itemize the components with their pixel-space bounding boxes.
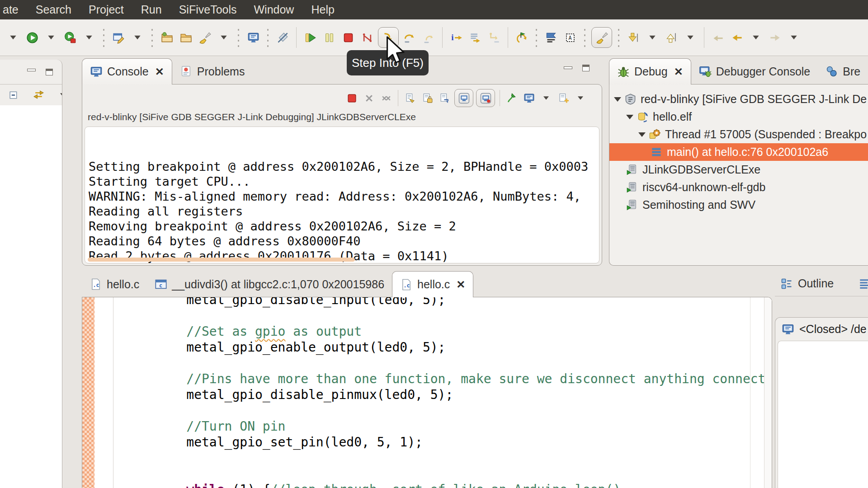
instruction-stepping-button[interactable]: i — [448, 29, 464, 46]
debug-launch-tree: red-v-blinky [SiFive GDB SEGGER J-Link D… — [609, 84, 868, 214]
fetch-down-button[interactable] — [625, 29, 642, 46]
last-edit-location-icon — [712, 32, 724, 44]
menu-project[interactable]: Project — [89, 3, 124, 16]
console-output[interactable]: Setting breakpoint @ address 0x200102A6,… — [85, 127, 599, 263]
console-tab-problems[interactable]: Problems — [172, 59, 253, 84]
display-selected-console-button[interactable] — [522, 91, 536, 105]
toggle-mark-occurrences-button[interactable] — [274, 29, 291, 46]
minimize-icon[interactable] — [27, 69, 36, 71]
suspend-button[interactable] — [321, 29, 337, 46]
console-dropdown-button[interactable] — [539, 91, 553, 105]
open-new-console-button[interactable] — [556, 91, 571, 105]
menu-run[interactable]: Run — [141, 3, 162, 16]
menu-sifivetools[interactable]: SiFiveTools — [179, 3, 237, 16]
disconnect-button[interactable] — [359, 29, 375, 46]
new-wizard-dropdown-button[interactable] — [129, 29, 146, 46]
drop-to-frame-button[interactable] — [486, 29, 502, 46]
back-dropdown-button[interactable] — [748, 29, 764, 46]
remove-all-terminated-button[interactable] — [379, 91, 393, 105]
debug-tree-item-thread-1-57005-suspended-breakpo[interactable]: Thread #1 57005 (Suspended : Breakpo — [609, 126, 868, 143]
sort-lines-icon[interactable] — [859, 277, 868, 290]
minimize-icon[interactable] — [564, 66, 572, 69]
editor-tab-hello-c[interactable]: .chello.c✕ — [392, 271, 473, 297]
clear-console-button[interactable] — [403, 91, 417, 105]
terminate-launch-button[interactable] — [344, 91, 359, 105]
terminal-header[interactable]: <Closed> /de — [775, 318, 868, 341]
open-file-icon — [161, 32, 173, 44]
run-dropdown-button[interactable] — [43, 29, 59, 46]
console-tab-console[interactable]: Console✕ — [82, 58, 172, 84]
perspective-dropdown-button[interactable] — [5, 29, 21, 46]
memory-view-button[interactable]: A — [562, 29, 578, 46]
show-stdout-changed-button[interactable] — [454, 89, 473, 107]
debug-tree-item-main-at-hello-c-76-0x200102a6[interactable]: main() at hello.c:76 0x200102a6 — [609, 143, 868, 161]
debug-tab-debug[interactable]: Debug✕ — [609, 58, 691, 84]
fetch-up-dropdown-button[interactable] — [682, 29, 698, 46]
open-file-button[interactable] — [159, 29, 175, 46]
view-menu-button[interactable] — [56, 88, 62, 102]
source-code[interactable]: metal_gpio_disable_input(led0, 5); //Set… — [148, 297, 754, 488]
editor-tab-hello-c[interactable]: .chello.c — [82, 272, 147, 297]
forward-dropdown-button[interactable] — [786, 29, 802, 46]
debug-tree-item-semihosting-and-swv[interactable]: Semihosting and SWV — [609, 196, 868, 214]
collapse-all-icon — [9, 89, 20, 100]
resume-button[interactable] — [302, 29, 318, 46]
menu-ate[interactable]: ate — [3, 3, 19, 16]
fetch-down-dropdown-button[interactable] — [644, 29, 660, 46]
menu-search[interactable]: Search — [36, 3, 71, 16]
close-icon[interactable]: ✕ — [155, 66, 164, 77]
highlight-button[interactable] — [591, 27, 612, 48]
editor-body[interactable]: metal_gpio_disable_input(led0, 5); //Set… — [82, 297, 772, 488]
remove-launch-button[interactable] — [362, 91, 376, 105]
debug-tab-bre[interactable]: Bre — [818, 59, 868, 84]
last-edit-location-button[interactable] — [710, 29, 726, 46]
menu-help[interactable]: Help — [311, 3, 334, 16]
collapse-all-button[interactable] — [7, 88, 21, 102]
debug-configurations-button[interactable] — [543, 29, 559, 46]
open-new-console-icon — [558, 93, 569, 104]
back-button[interactable] — [729, 29, 745, 46]
outline-title[interactable]: Outline — [798, 277, 834, 290]
word-wrap-button[interactable] — [437, 91, 452, 105]
forward-button[interactable] — [767, 29, 783, 46]
restart-button[interactable] — [514, 29, 530, 46]
marker-brush-button[interactable] — [197, 29, 213, 46]
open-folder-button[interactable] — [178, 29, 194, 46]
fetch-up-button[interactable] — [663, 29, 679, 46]
scroll-lock-button[interactable] — [420, 91, 434, 105]
editor-tab-udivdi3-at-libgcc2-c-1-070-0x20015986[interactable]: c__udivdi3() at libgcc2.c:1,070 0x200159… — [147, 272, 392, 297]
debug-tab-debugger-console[interactable]: Debugger Console — [691, 59, 818, 84]
open-console-button[interactable] — [245, 29, 261, 46]
show-stderr-changed-button[interactable] — [476, 89, 495, 107]
run-button[interactable] — [24, 29, 40, 46]
expander-icon[interactable] — [626, 115, 633, 119]
new-wizard-button[interactable] — [110, 29, 127, 46]
external-tools-button[interactable] — [62, 29, 78, 46]
horizontal-scrollbar[interactable] — [88, 258, 355, 262]
menu-window[interactable]: Window — [254, 3, 294, 16]
menu-bar: ateSearchProjectRunSiFiveToolsWindowHelp — [0, 0, 868, 19]
close-icon[interactable]: ✕ — [456, 279, 465, 290]
marker-dropdown-button[interactable] — [216, 29, 232, 46]
debug-tree-item-jlinkgdbserverclexe[interactable]: JLinkGDBServerCLExe — [609, 161, 868, 178]
terminate-button[interactable] — [340, 29, 356, 46]
external-tools-dropdown-button[interactable] — [81, 29, 97, 46]
open-console-dropdown-button[interactable] — [573, 91, 588, 105]
debug-tree-item-red-v-blinky-sifive-gdb-segger-j-link-de[interactable]: red-v-blinky [SiFive GDB SEGGER J-Link D… — [609, 90, 868, 108]
debug-tree-item-riscv64-unknown-elf-gdb[interactable]: riscv64-unknown-elf-gdb — [609, 178, 868, 196]
debug-tree-item-hello-elf[interactable]: hello.elf — [609, 108, 868, 126]
pin-console-button[interactable] — [505, 91, 519, 105]
process-icon — [626, 164, 638, 176]
maximize-icon[interactable] — [582, 65, 590, 71]
run-icon — [26, 32, 38, 44]
vertical-scrollbar[interactable] — [764, 297, 772, 488]
tab-label: Debugger Console — [716, 65, 810, 78]
maximize-icon[interactable] — [46, 69, 53, 75]
show-execution-lines-button[interactable] — [467, 29, 483, 46]
expander-icon[interactable] — [638, 132, 646, 137]
step-return-button[interactable] — [420, 29, 437, 46]
link-with-editor-button[interactable] — [31, 88, 46, 102]
expander-icon[interactable] — [614, 97, 621, 102]
close-icon[interactable]: ✕ — [674, 66, 683, 77]
tab-label: Debug — [634, 65, 668, 78]
